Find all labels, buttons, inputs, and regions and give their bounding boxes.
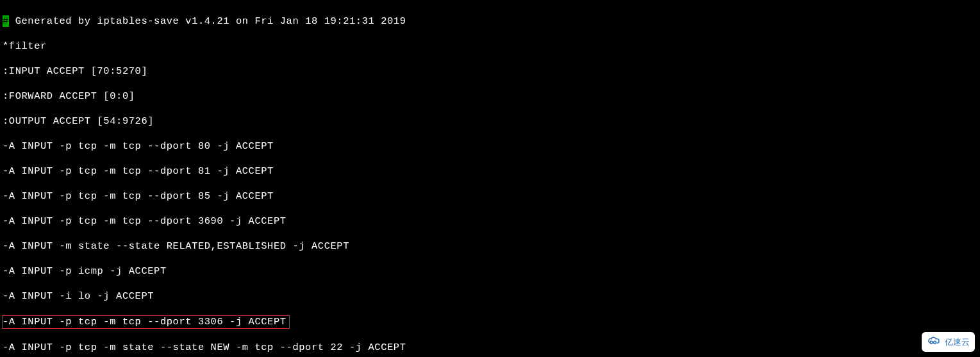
terminal-line: -A INPUT -p tcp -m state --state NEW -m … [3, 342, 980, 354]
terminal-line: :INPUT ACCEPT [70:5270] [3, 65, 980, 78]
terminal-line: *filter [3, 40, 980, 53]
terminal-line: -A INPUT -p icmp -j ACCEPT [3, 265, 980, 278]
highlighted-rule-line: -A INPUT -p tcp -m tcp --dport 3306 -j A… [2, 315, 290, 329]
terminal-line: -A INPUT -i lo -j ACCEPT [3, 290, 980, 303]
terminal-line: :FORWARD ACCEPT [0:0] [3, 90, 980, 103]
terminal-output: # Generated by iptables-save v1.4.21 on … [0, 13, 980, 358]
terminal-line: :OUTPUT ACCEPT [54:9726] [3, 115, 980, 128]
terminal-line: -A INPUT -m state --state RELATED,ESTABL… [3, 240, 980, 253]
svg-point-0 [930, 341, 933, 344]
cloud-icon [927, 335, 941, 350]
watermark-badge: 亿速云 [922, 332, 975, 353]
terminal-line: -A INPUT -p tcp -m tcp --dport 85 -j ACC… [3, 190, 980, 203]
svg-point-1 [934, 341, 936, 344]
terminal-line: -A INPUT -p tcp -m tcp --dport 81 -j ACC… [3, 165, 980, 178]
terminal-line: -A INPUT -p tcp -m tcp --dport 80 -j ACC… [3, 140, 980, 153]
watermark-text: 亿速云 [945, 336, 970, 349]
terminal-line: Generated by iptables-save v1.4.21 on Fr… [9, 15, 406, 27]
terminal-line: -A INPUT -p tcp -m tcp --dport 3690 -j A… [3, 215, 980, 228]
shell-prompt: # [3, 15, 9, 27]
